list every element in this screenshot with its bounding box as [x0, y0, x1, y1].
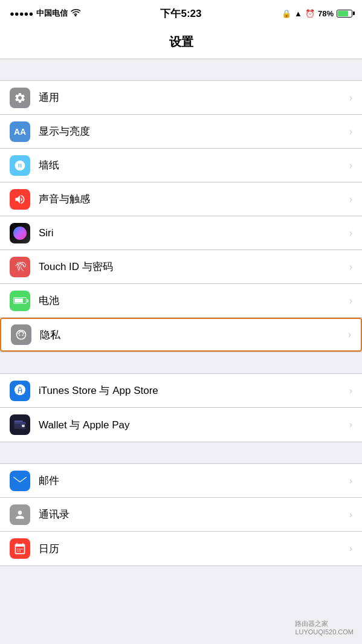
- section-gap-3: [0, 442, 362, 463]
- icon-wallet: [10, 414, 30, 435]
- chevron-mail: ›: [349, 475, 352, 486]
- wifi-icon: [71, 9, 80, 18]
- row-general[interactable]: 通用 ›: [0, 81, 362, 115]
- alarm-icon: ⏰: [305, 9, 315, 18]
- label-privacy: 隐私: [40, 328, 344, 342]
- chevron-sound: ›: [349, 194, 352, 205]
- settings-group-3: 邮件 › 通讯录 › 日历 ›: [0, 463, 362, 566]
- chevron-touchid: ›: [349, 262, 352, 272]
- label-sound: 声音与触感: [39, 192, 346, 206]
- battery-icon: [337, 10, 352, 18]
- row-touchid[interactable]: Touch ID 与密码 ›: [0, 250, 362, 284]
- watermark-site: 路由器之家: [295, 619, 354, 628]
- row-sound[interactable]: 声音与触感 ›: [0, 182, 362, 216]
- signal-dots: ●●●●●: [10, 9, 33, 18]
- row-itunes[interactable]: 🅐 iTunes Store 与 App Store ›: [0, 374, 362, 408]
- watermark: 路由器之家 LUYOUQI520.COM: [295, 619, 354, 636]
- label-mail: 邮件: [39, 474, 346, 488]
- chevron-privacy: ›: [348, 329, 351, 340]
- icon-contacts: [10, 504, 30, 525]
- page-title: 设置: [0, 34, 362, 50]
- icon-sound: [10, 189, 30, 210]
- row-display[interactable]: AA 显示与亮度 ›: [0, 115, 362, 149]
- section-gap-2: [0, 352, 362, 373]
- icon-itunes: 🅐: [10, 381, 30, 401]
- lock-icon: 🔒: [282, 9, 291, 18]
- row-siri[interactable]: Siri ›: [0, 216, 362, 250]
- location-icon: ▲: [294, 9, 302, 18]
- label-calendar: 日历: [39, 542, 346, 556]
- label-wallet: Wallet 与 Apple Pay: [39, 418, 346, 432]
- label-general: 通用: [39, 91, 346, 105]
- icon-wallpaper: [10, 155, 30, 176]
- settings-group-2: 🅐 iTunes Store 与 App Store › Wallet 与 Ap…: [0, 373, 362, 442]
- row-battery[interactable]: 电池 ›: [0, 284, 362, 318]
- icon-privacy: [11, 324, 31, 345]
- status-bar: ●●●●● 中国电信 下午5:23 🔒 ▲ ⏰ 78%: [0, 0, 362, 27]
- chevron-general: ›: [349, 92, 352, 103]
- label-siri: Siri: [39, 227, 346, 239]
- settings-group-1: 通用 › AA 显示与亮度 › 墙纸 › 声音与触感 › Sir: [0, 80, 362, 352]
- carrier-label: 中国电信: [36, 8, 68, 19]
- row-wallpaper[interactable]: 墙纸 ›: [0, 149, 362, 182]
- chevron-wallpaper: ›: [349, 160, 352, 171]
- chevron-contacts: ›: [349, 509, 352, 520]
- status-left: ●●●●● 中国电信: [10, 8, 80, 19]
- watermark-url: LUYOUQI520.COM: [295, 628, 354, 636]
- status-time: 下午5:23: [160, 7, 201, 21]
- battery-fill: [338, 11, 348, 16]
- svg-rect-3: [22, 425, 25, 427]
- icon-siri: [10, 223, 30, 243]
- row-contacts[interactable]: 通讯录 ›: [0, 498, 362, 532]
- chevron-siri: ›: [349, 228, 352, 239]
- chevron-wallet: ›: [349, 419, 352, 430]
- chevron-itunes: ›: [349, 385, 352, 396]
- status-right: 🔒 ▲ ⏰ 78%: [282, 9, 352, 18]
- icon-display: AA: [10, 121, 30, 142]
- row-privacy[interactable]: 隐私 ›: [0, 318, 362, 352]
- row-mail[interactable]: 邮件 ›: [0, 464, 362, 498]
- battery-row-fill: [15, 298, 23, 303]
- icon-battery: [10, 291, 30, 311]
- siri-wave-icon: [13, 227, 27, 240]
- chevron-display: ›: [349, 126, 352, 137]
- appstore-icon: 🅐: [15, 384, 26, 398]
- svg-rect-2: [15, 420, 23, 422]
- row-calendar[interactable]: 日历 ›: [0, 532, 362, 565]
- battery-percent: 78%: [318, 9, 334, 18]
- label-contacts: 通讯录: [39, 507, 346, 521]
- icon-touchid: [10, 257, 30, 277]
- icon-calendar: [10, 538, 30, 559]
- icon-mail: [10, 471, 30, 491]
- battery-row-icon: [13, 297, 27, 304]
- row-wallet[interactable]: Wallet 与 Apple Pay ›: [0, 408, 362, 442]
- svg-rect-4: [13, 476, 26, 486]
- section-gap-1: [0, 59, 362, 80]
- chevron-calendar: ›: [349, 543, 352, 554]
- label-battery: 电池: [39, 294, 346, 308]
- chevron-battery: ›: [349, 295, 352, 306]
- page-title-bar: 设置: [0, 27, 362, 59]
- label-wallpaper: 墙纸: [39, 158, 346, 172]
- label-touchid: Touch ID 与密码: [39, 260, 346, 274]
- label-itunes: iTunes Store 与 App Store: [39, 384, 346, 398]
- icon-general: [10, 88, 30, 108]
- label-display: 显示与亮度: [39, 124, 346, 138]
